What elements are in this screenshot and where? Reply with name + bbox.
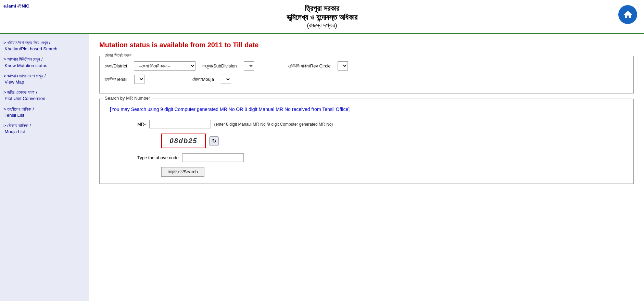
mr-hint: (enter 8 digit Manaul MR No /9 digit Com… bbox=[214, 122, 333, 127]
type-code-label: Type the above code bbox=[137, 155, 179, 160]
content-area: Mutation status is available from 2011 t… bbox=[89, 34, 644, 301]
mouja-legend: মৌজা সিলেক্ট করুন bbox=[103, 53, 133, 58]
revcircle-label: রেভিনিউ সার্কল/Rev Circle bbox=[288, 63, 331, 69]
sidebar-item-mouja[interactable]: > মৌজার তালিকা / Mouja List bbox=[0, 121, 89, 137]
type-code-input[interactable] bbox=[182, 153, 244, 162]
sidebar-item-khatian[interactable]: > খতিয়ান/দাগ নম্বর দিয়ে দেখুন / Khatia… bbox=[0, 38, 89, 54]
mouja-link[interactable]: > মৌজার তালিকা / Mouja List bbox=[3, 123, 85, 135]
title-line2: ভূমিলেখ্য ও বন্দোবস্ত অধিকার bbox=[287, 13, 357, 22]
mouja-box: মৌজা সিলেক্ট করুন জেলা/District --জেলা স… bbox=[99, 56, 634, 93]
mouja-select[interactable] bbox=[221, 75, 231, 84]
header-title: ত্রিপুরা সরকার ভূমিলেখ্য ও বন্দোবস্ত অধি… bbox=[287, 4, 357, 29]
subdivision-label: মহকুমা/SubDivision bbox=[202, 63, 237, 69]
revcircle-select[interactable] bbox=[338, 61, 348, 71]
title-line3: (রাজস্ব দপ্তর) bbox=[287, 22, 357, 29]
district-select[interactable]: --জেলা সিলেক্ট করুন-- bbox=[134, 61, 195, 71]
subdivision-select[interactable] bbox=[244, 61, 254, 71]
home-svg bbox=[623, 10, 633, 20]
mr-info-text: [You may Search using 9 digit Computer g… bbox=[110, 106, 623, 113]
header: eJami @NIC ত্রিপুরা সরকার ভূমিলেখ্য ও বন… bbox=[0, 0, 644, 34]
title-line1: ত্রিপুরা সরকার bbox=[287, 4, 357, 13]
map-link[interactable]: > আপনার জমির ম্যাপ দেখুন / View Map bbox=[3, 73, 85, 85]
tehsil-row: তহশীল/Tehsil মৌজা/Mouja bbox=[105, 75, 628, 84]
type-code-row: Type the above code bbox=[137, 153, 623, 162]
sidebar-item-tehsil[interactable]: > তহশীলের তালিকা / Tehsil List bbox=[0, 104, 89, 121]
khatian-link[interactable]: > খতিয়ান/দাগ নম্বর দিয়ে দেখুন / Khatia… bbox=[3, 40, 85, 52]
captcha-row: 08db25 ↻ bbox=[161, 134, 623, 148]
sidebar-item-map[interactable]: > আপনার জমির ম্যাপ দেখুন / View Map bbox=[0, 71, 89, 87]
tehsil-select[interactable] bbox=[134, 75, 144, 84]
captcha-refresh-button[interactable]: ↻ bbox=[209, 136, 219, 146]
mr-label: MR- bbox=[137, 122, 146, 127]
home-icon[interactable] bbox=[618, 5, 637, 24]
main-layout: > খতিয়ান/দাগ নম্বর দিয়ে দেখুন / Khatia… bbox=[0, 34, 644, 301]
mr-box: Search by MR Number [You may Search usin… bbox=[99, 99, 634, 184]
mouja-label: মৌজা/Mouja bbox=[192, 77, 214, 82]
mr-input[interactable] bbox=[149, 120, 211, 128]
mr-legend: Search by MR Number bbox=[103, 96, 152, 101]
mr-input-row: MR- (enter 8 digit Manaul MR No /9 digit… bbox=[137, 120, 623, 128]
page-heading: Mutation status is available from 2011 t… bbox=[99, 41, 634, 49]
tehsil-link[interactable]: > তহশীলের তালিকা / Tehsil List bbox=[3, 106, 85, 118]
district-label: জেলা/District bbox=[105, 63, 127, 69]
sidebar: > খতিয়ান/দাগ নম্বর দিয়ে দেখুন / Khatia… bbox=[0, 34, 89, 301]
district-row: জেলা/District --জেলা সিলেক্ট করুন-- মহকু… bbox=[105, 61, 628, 71]
captcha-image: 08db25 bbox=[161, 134, 206, 148]
mutation-link[interactable]: > আপনার মিউটেশন দেখুন / Know Mutation st… bbox=[3, 56, 85, 68]
search-button[interactable]: অনুসন্ধান/Search bbox=[161, 167, 204, 177]
tehsil-label: তহশীল/Tehsil bbox=[105, 77, 127, 82]
search-btn-row: অনুসন্ধান/Search bbox=[161, 167, 623, 177]
sidebar-item-mutation[interactable]: > আপনার মিউটেশন দেখুন / Know Mutation st… bbox=[0, 54, 89, 71]
logo-link[interactable]: eJami @NIC bbox=[3, 3, 29, 9]
sidebar-item-plot[interactable]: > জমির একেকর গণণা / Plot Unit Conversion bbox=[0, 87, 89, 104]
plot-link[interactable]: > জমির একেকর গণণা / Plot Unit Conversion bbox=[3, 89, 85, 102]
